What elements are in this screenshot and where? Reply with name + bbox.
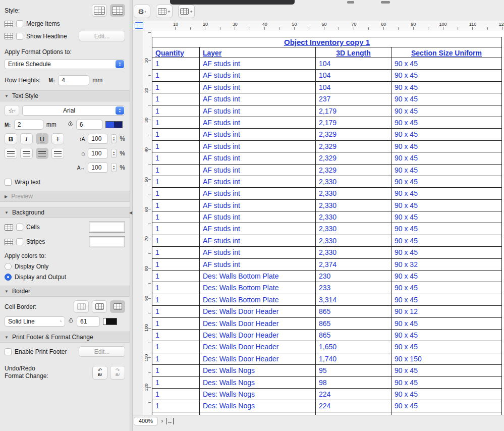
show-headline-checkbox[interactable] [16,33,23,40]
column-header[interactable]: 3D Length [316,47,391,58]
table-row[interactable]: 1AF studs int2,33090 x 45 [152,223,501,235]
table-cell[interactable]: 104 [316,82,391,93]
table-row[interactable]: 1AF studs int2,33090 x 45 [152,176,501,188]
table-row[interactable]: 1Des: Walls Nogs9890 x 45 [152,377,501,389]
disclosure-icon[interactable]: ▼ [5,94,9,98]
table-cell[interactable]: 90 x 45 [391,200,501,211]
stepper-icon[interactable]: ▲▼ [111,163,117,172]
table-cell[interactable]: 1 [152,247,200,258]
horizontal-ruler[interactable]: 102030405060708090100110120 [151,21,504,30]
style-view-button-1[interactable] [92,4,107,17]
table-cell[interactable]: 1 [152,188,200,199]
table-cell[interactable]: Des: Walls Bottom Plate [200,271,316,282]
font-pen-input[interactable]: 6 [76,120,102,130]
table-cell[interactable]: 1 [152,353,200,364]
undo-format-button[interactable]: ↶ B/ [92,366,107,380]
table-cell[interactable]: Des: Walls Door Header [200,330,316,341]
table-cell[interactable]: 1 [152,93,200,104]
table-cell[interactable]: AF studs int [200,58,316,69]
vertical-ruler[interactable]: 102030405060708090100110120 [143,30,151,415]
table-row[interactable]: 1AF studs int23790 x 45 [152,93,501,105]
table-cell[interactable]: 2,329 [316,152,391,164]
table-row[interactable]: 1Des: Walls Door Header86590 x 12 [152,306,501,317]
leading-input[interactable]: 100 [88,148,108,158]
table-row[interactable]: 1AF studs int2,37490 x 32 [152,259,501,271]
apply-format-dropdown[interactable]: Entire Schedule ▲▼ [5,59,125,69]
table-row[interactable]: 1Des: Walls Bottom Plate3,31490 x 45 [152,294,501,306]
disclosure-icon[interactable]: ▼ [5,289,9,294]
italic-button[interactable]: I [20,133,33,144]
disclosure-icon[interactable]: ▼ [5,335,9,340]
table-cell[interactable]: 1 [152,165,200,176]
table-cell[interactable]: 230 [316,271,391,282]
schedule-canvas[interactable]: Object Inventory copy 1 QuantityLayer3D … [151,30,504,415]
table-cell[interactable]: 90 x 45 [391,93,501,104]
table-row[interactable]: 1AF studs int10490 x 45 [152,70,501,81]
table-cell[interactable]: 1 [152,211,200,223]
table-row[interactable]: 1Des: Walls Bottom Plate23090 x 45 [152,271,501,282]
line-type-dropdown[interactable]: Solid Line › [5,316,65,327]
cells-checkbox[interactable] [16,224,23,231]
table-cell[interactable]: 90 x 45 [391,389,501,400]
list-format-button[interactable] [51,148,64,159]
table-row[interactable]: 1Des: Walls Nogs9590 x 45 [152,365,501,376]
table-cell[interactable]: 1 [152,306,200,317]
collapse-panel-icon[interactable]: ◀ [129,210,132,215]
table-cell[interactable]: 865 [316,318,391,329]
table-cell[interactable]: 98 [316,377,391,388]
column-header[interactable]: Layer [200,47,316,58]
table-cell[interactable]: 1 [152,176,200,187]
table-cell[interactable]: 2,329 [316,141,391,152]
table-cell[interactable]: AF studs int [200,152,316,164]
table-cell[interactable]: 1 [152,70,200,81]
column-header[interactable]: Section Size Uniform [391,47,501,58]
insert-header-field-button[interactable]: + [178,5,195,18]
cells-color-well[interactable] [89,222,125,233]
table-cell[interactable]: 1 [152,152,200,164]
table-cell[interactable]: 1 [152,117,200,128]
table-cell[interactable]: AF studs int [200,223,316,234]
table-cell[interactable]: Des: Walls Door Header [200,341,316,352]
table-cell[interactable]: 90 x 45 [391,105,501,117]
table-cell[interactable]: 1 [152,200,200,211]
table-cell[interactable]: AF studs int [200,70,316,81]
table-row[interactable]: 1AF studs int10490 x 45 [152,82,501,93]
table-row[interactable]: 1AF studs int2,33090 x 45 [152,211,501,223]
wrap-text-checkbox[interactable] [5,179,12,186]
table-row[interactable]: 1AF studs int2,32990 x 45 [152,141,501,152]
table-cell[interactable]: 233 [316,282,391,293]
table-cell[interactable]: AF studs int [200,235,316,246]
table-cell[interactable]: 237 [316,93,391,104]
table-cell[interactable]: 90 x 45 [391,58,501,69]
table-row[interactable]: 1Des: Walls Nogs22490 x 45 [152,400,501,412]
table-cell[interactable]: 90 x 45 [391,223,501,234]
table-cell[interactable]: 1 [152,389,200,400]
table-cell[interactable]: 1 [152,341,200,352]
schedule-title[interactable]: Object Inventory copy 1 [152,37,501,47]
table-row[interactable]: 1AF studs int2,33090 x 45 [152,200,501,211]
table-cell[interactable]: 865 [316,306,391,317]
table-row[interactable]: 1Des: Walls Door Header1,74090 x 150 [152,353,501,365]
stripes-color-well[interactable] [89,236,125,247]
table-cell[interactable]: 2,330 [316,211,391,223]
table-cell[interactable]: 90 x 32 [391,259,501,270]
strikethrough-button[interactable]: T [51,133,64,144]
table-row[interactable]: 1AF studs int2,17990 x 45 [152,105,501,117]
table-cell[interactable]: 2,179 [316,105,391,117]
table-row[interactable]: 1Des: Walls Nogs22490 x 45 [152,389,501,400]
border-all-button[interactable] [110,300,125,313]
table-cell[interactable]: 224 [316,400,391,411]
table-cell[interactable]: 90 x 45 [391,330,501,341]
table-cell[interactable]: 865 [316,330,391,341]
table-cell[interactable]: Des: Walls Nogs [200,365,316,376]
zoom-level[interactable]: 400% [134,417,158,425]
table-row[interactable]: 1AF studs int2,33090 x 45 [152,247,501,258]
table-cell[interactable]: Des: Walls Bottom Plate [200,282,316,293]
border-section-header[interactable]: ▼ Border [0,286,130,297]
table-cell[interactable]: 1 [152,271,200,282]
table-cell[interactable]: 95 [316,365,391,376]
bold-button[interactable]: B [5,133,17,144]
table-row[interactable]: 1AF studs int10490 x 45 [152,58,501,70]
table-cell[interactable]: Des: Walls Bottom Plate [200,294,316,305]
table-cell[interactable]: 1 [152,82,200,93]
